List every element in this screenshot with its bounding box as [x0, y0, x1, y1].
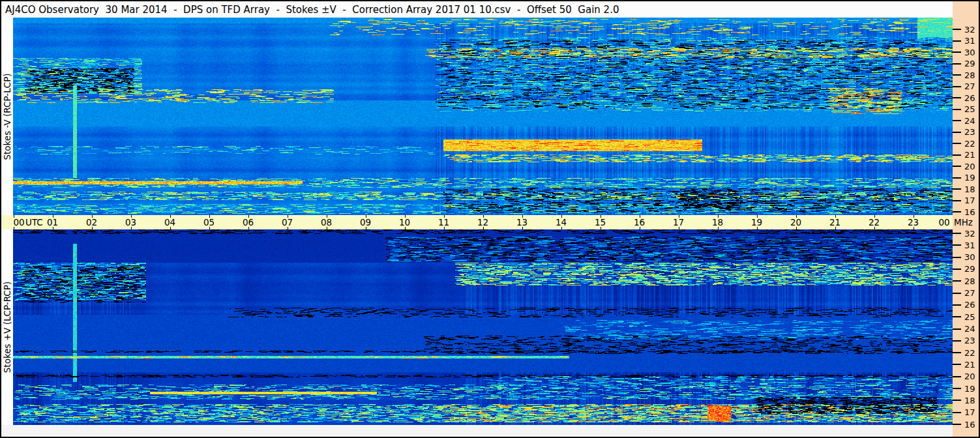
freq-tick: 24 — [953, 116, 975, 125]
freq-tick: 25 — [953, 312, 975, 321]
freq-tick: 19 — [953, 173, 975, 182]
freq-tick-label: 17 — [964, 196, 975, 205]
freq-tick-label: 26 — [964, 300, 975, 310]
freq-tick-mark — [953, 40, 961, 42]
freq-tick: 16 — [953, 420, 975, 429]
freq-tick-mark — [953, 352, 961, 353]
freq-tick-mark — [953, 412, 961, 413]
hour-label: 22 — [869, 217, 880, 227]
freq-tick-label: 25 — [964, 104, 975, 114]
freq-tick-label: 19 — [964, 384, 975, 394]
freq-tick-label: 28 — [964, 276, 975, 286]
freq-tick-mark — [953, 109, 961, 110]
freq-tick: 16 — [953, 207, 975, 216]
freq-tick: 27 — [953, 82, 975, 91]
freq-tick-label: 20 — [964, 162, 975, 171]
freq-tick: 21 — [953, 360, 975, 369]
freq-tick: 17 — [953, 196, 975, 205]
freq-tick-label: 25 — [964, 312, 975, 322]
hour-label: 16 — [634, 217, 645, 227]
freq-tick-mark — [953, 293, 961, 294]
freq-tick-mark — [953, 188, 961, 190]
freq-tick-label: 23 — [964, 127, 975, 137]
hour-label: 01 — [47, 217, 58, 227]
freq-tick-label: 22 — [964, 139, 975, 149]
freq-tick-label: 29 — [964, 59, 975, 68]
freq-tick-mark — [953, 328, 961, 330]
freq-tick-label: 18 — [964, 184, 975, 194]
freq-tick-mark — [953, 269, 961, 270]
freq-tick-mark — [953, 200, 961, 201]
freq-tick-label: 19 — [964, 173, 975, 182]
title-bar: AJ4CO Observatory 30 Mar 2014 - DPS on T… — [1, 1, 953, 18]
freq-tick-label: 16 — [964, 207, 975, 217]
hour-label: 14 — [556, 217, 567, 227]
freq-tick: 18 — [953, 396, 975, 405]
freq-tick: 21 — [953, 151, 975, 160]
hour-label: 07 — [282, 217, 293, 227]
freq-tick-label: 22 — [964, 348, 975, 358]
freq-tick: 24 — [953, 325, 975, 334]
freq-tick: 22 — [953, 139, 975, 148]
freq-tick-mark — [953, 29, 961, 30]
freq-tick-mark — [953, 177, 961, 179]
hour-label: 00 — [938, 217, 949, 227]
hour-label: 20 — [790, 217, 801, 227]
bottom-margin — [1, 425, 953, 437]
freq-tick: 31 — [953, 241, 975, 250]
hour-label: 06 — [243, 217, 254, 227]
freq-tick-label: 30 — [964, 252, 975, 262]
hour-label: 09 — [360, 217, 371, 227]
freq-tick: 23 — [953, 336, 975, 345]
utc-unit-label: UTC — [25, 217, 43, 227]
freq-tick-mark — [953, 74, 961, 76]
freq-tick-label: 30 — [964, 48, 975, 57]
hour-label: 02 — [86, 217, 97, 227]
freq-tick-label: 21 — [964, 360, 975, 370]
freq-tick-label: 28 — [964, 70, 975, 80]
freq-tick-mark — [953, 154, 961, 156]
freq-tick-mark — [953, 51, 961, 53]
spectrogram-bottom-stokes-positive-v — [13, 229, 953, 425]
freq-tick-label: 24 — [964, 324, 975, 334]
hour-label: 04 — [164, 217, 175, 227]
hour-label: 00 — [13, 217, 24, 227]
freq-tick-mark — [953, 400, 961, 401]
freq-tick-mark — [953, 63, 961, 65]
freq-tick: 19 — [953, 384, 975, 393]
freq-tick-label: 29 — [964, 264, 975, 274]
freq-tick: 27 — [953, 289, 975, 298]
freq-tick: 23 — [953, 128, 975, 137]
freq-tick-mark — [953, 376, 961, 377]
freq-tick-label: 31 — [964, 241, 975, 250]
freq-tick-label: 24 — [964, 116, 975, 126]
freq-tick: 31 — [953, 36, 975, 46]
hour-label: 17 — [673, 217, 684, 227]
freq-tick-mark — [953, 364, 961, 365]
freq-tick: 25 — [953, 105, 975, 114]
freq-tick-mark — [953, 211, 961, 212]
freq-tick: 26 — [953, 93, 975, 102]
freq-tick-mark — [953, 97, 961, 98]
hour-label: 11 — [438, 217, 449, 227]
freq-tick-mark — [953, 233, 961, 234]
bottom-panel-ylabel: Stokes +V (LCP-RCP) — [2, 229, 14, 425]
freq-tick-mark — [953, 132, 961, 133]
freq-tick-mark — [953, 280, 961, 282]
frequency-axis-column: 3231302928272625242322212019181716323130… — [953, 1, 979, 437]
freq-tick-label: 18 — [964, 396, 975, 405]
freq-tick: 28 — [953, 70, 975, 80]
hour-label: 03 — [125, 217, 136, 227]
freq-tick-mark — [953, 143, 961, 144]
freq-tick-label: 27 — [964, 288, 975, 298]
freq-tick: 26 — [953, 300, 975, 310]
freq-tick-label: 17 — [964, 407, 975, 417]
freq-tick: 17 — [953, 408, 975, 417]
freq-tick-mark — [953, 244, 961, 246]
freq-tick: 18 — [953, 184, 975, 194]
freq-tick: 32 — [953, 25, 975, 34]
freq-tick-label: 27 — [964, 81, 975, 91]
freq-tick: 32 — [953, 229, 975, 238]
freq-tick-label: 21 — [964, 150, 975, 160]
freq-tick-mark — [953, 166, 961, 167]
